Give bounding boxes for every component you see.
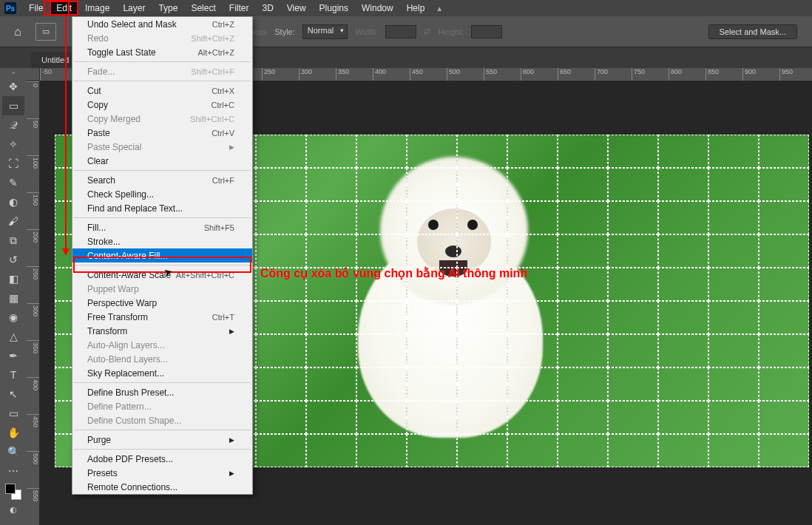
height-input[interactable]	[471, 25, 502, 38]
menu-edit[interactable]: Edit	[50, 1, 78, 16]
image-subject	[321, 149, 580, 453]
crop-tool-icon[interactable]: ⛶	[2, 154, 24, 173]
fg-swatch[interactable]	[5, 484, 16, 494]
width-input[interactable]	[385, 25, 416, 38]
menubar: Ps FileEditImageLayerTypeSelectFilter3DV…	[0, 0, 812, 16]
hand-tool-icon[interactable]: ✋	[2, 423, 24, 442]
clone-tool-icon[interactable]: ⧉	[2, 231, 24, 250]
menu-item-fill[interactable]: Fill...Shift+F5	[72, 220, 252, 234]
menu-item-auto-align-layers: Auto-Align Layers...	[72, 338, 252, 352]
menu-item-presets[interactable]: Presets▶	[72, 466, 252, 480]
menu-item-find-and-replace-text[interactable]: Find and Replace Text...	[72, 201, 252, 215]
menu-item-copy-merged: Copy MergedShift+Ctrl+C	[72, 112, 252, 126]
ps-logo-icon: Ps	[4, 2, 16, 14]
spot-heal-tool-icon[interactable]: ◐	[2, 192, 24, 211]
swap-icon[interactable]: ⇄	[424, 27, 430, 36]
menu-select[interactable]: Select	[184, 1, 222, 16]
menu-filter[interactable]: Filter	[223, 1, 256, 16]
home-icon[interactable]: ⌂	[7, 21, 28, 42]
edit-menu-dropdown: Undo Select and MaskCtrl+ZRedoShift+Ctrl…	[72, 16, 253, 495]
menu-3d[interactable]: 3D	[255, 1, 280, 16]
menu-layer[interactable]: Layer	[116, 1, 152, 16]
more-tool-icon[interactable]: ⋯	[2, 461, 24, 481]
menu-item-transform[interactable]: Transform▶	[72, 324, 252, 338]
annotation-text: Công cụ xóa bỏ vùng chọn bằng AI thông m…	[260, 266, 527, 280]
menu-item-free-transform[interactable]: Free TransformCtrl+T	[72, 310, 252, 324]
menu-item-copy[interactable]: CopyCtrl+C	[72, 98, 252, 112]
menu-item-adobe-pdf-presets[interactable]: Adobe PDF Presets...	[72, 452, 252, 466]
menu-item-content-aware-fill[interactable]: Content-Aware Fill...	[72, 248, 252, 262]
menu-item-puppet-warp: Puppet Warp	[72, 282, 252, 296]
menu-help[interactable]: Help	[400, 1, 432, 16]
menu-item-fade: Fade...Shift+Ctrl+F	[72, 64, 252, 78]
menu-type[interactable]: Type	[152, 1, 184, 16]
active-tool-icon[interactable]: ▭	[35, 23, 56, 41]
menu-item-clear[interactable]: Clear	[72, 154, 252, 168]
move-tool-icon[interactable]: ✥	[2, 77, 24, 96]
menu-item-perspective-warp[interactable]: Perspective Warp	[72, 296, 252, 310]
height-label: Height:	[438, 27, 464, 36]
collapse-icon[interactable]: ▲	[436, 4, 443, 13]
screenmode-icon[interactable]: ▣	[2, 519, 24, 525]
menu-window[interactable]: Window	[355, 1, 400, 16]
width-label: Width:	[355, 27, 378, 36]
menu-item-auto-blend-layers: Auto-Blend Layers...	[72, 352, 252, 366]
menu-plugins[interactable]: Plugins	[313, 1, 355, 16]
ruler-corner	[27, 68, 40, 81]
color-swatches[interactable]	[5, 484, 21, 500]
blur-tool-icon[interactable]: ◉	[2, 308, 24, 327]
select-and-mask-button[interactable]: Select and Mask...	[708, 24, 798, 39]
menu-item-content-aware-scale[interactable]: Content-Aware ScaleAlt+Shift+Ctrl+C	[72, 268, 252, 282]
quickmask-icon[interactable]: ◐	[2, 500, 24, 519]
shape-tool-icon[interactable]: ▭	[2, 404, 24, 423]
path-tool-icon[interactable]: ↖	[2, 385, 24, 404]
menu-item-sky-replacement[interactable]: Sky Replacement...	[72, 366, 252, 380]
menu-item-paste[interactable]: PasteCtrl+V	[72, 126, 252, 140]
tools-panel: » ✥▭𝒬✧⛶✎◐🖌⧉↺◧▦◉△✒T↖▭✋🔍⋯ ◐ ▣	[0, 68, 27, 525]
menu-view[interactable]: View	[280, 1, 313, 16]
menu-image[interactable]: Image	[78, 1, 116, 16]
menu-item-define-brush-preset[interactable]: Define Brush Preset...	[72, 385, 252, 399]
history-brush-tool-icon[interactable]: ↺	[2, 250, 24, 269]
menu-item-define-custom-shape: Define Custom Shape...	[72, 413, 252, 427]
gradient-tool-icon[interactable]: ▦	[2, 288, 24, 308]
menu-item-check-spelling[interactable]: Check Spelling...	[72, 187, 252, 201]
menu-item-redo: RedoShift+Ctrl+Z	[72, 31, 252, 45]
dodge-tool-icon[interactable]: △	[2, 327, 24, 346]
lasso-tool-icon[interactable]: 𝒬	[2, 115, 24, 135]
brush-tool-icon[interactable]: 🖌	[2, 211, 24, 231]
zoom-tool-icon[interactable]: 🔍	[2, 442, 24, 461]
menu-item-paste-special: Paste Special▶	[72, 140, 252, 154]
menu-item-search[interactable]: SearchCtrl+F	[72, 173, 252, 187]
menu-item-remote-connections[interactable]: Remote Connections...	[72, 480, 252, 494]
pen-tool-icon[interactable]: ✒	[2, 346, 24, 365]
menu-item-stroke[interactable]: Stroke...	[72, 234, 252, 248]
menu-item-undo-select-and-mask[interactable]: Undo Select and MaskCtrl+Z	[72, 17, 252, 31]
eyedropper-tool-icon[interactable]: ✎	[2, 173, 24, 192]
menu-item-toggle-last-state[interactable]: Toggle Last StateAlt+Ctrl+Z	[72, 45, 252, 59]
menu-item-purge[interactable]: Purge▶	[72, 433, 252, 447]
annotation-arrow	[65, 16, 67, 254]
eraser-tool-icon[interactable]: ◧	[2, 269, 24, 288]
style-select[interactable]: Normal	[302, 24, 348, 39]
magic-wand-tool-icon[interactable]: ✧	[2, 135, 24, 154]
ruler-vertical: 050100150200250300350400450500550600	[27, 81, 40, 525]
menu-file[interactable]: File	[22, 1, 50, 16]
style-label: Style:	[274, 27, 295, 36]
panel-grip-icon[interactable]: »	[12, 70, 15, 77]
menu-item-cut[interactable]: CutCtrl+X	[72, 84, 252, 98]
type-tool-icon[interactable]: T	[2, 365, 24, 385]
menu-item-define-pattern: Define Pattern...	[72, 399, 252, 413]
marquee-tool-icon[interactable]: ▭	[2, 96, 24, 115]
